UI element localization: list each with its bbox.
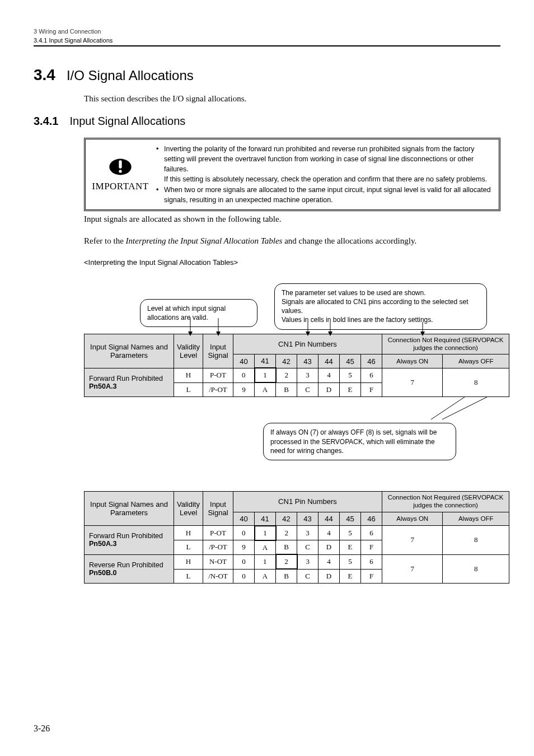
callout-lines-top	[84, 283, 509, 337]
col-input-signal: Input Signal	[203, 334, 233, 368]
important-callout: IMPORTANT •Inverting the polarity of the…	[84, 138, 500, 211]
page-number: 3-26	[34, 724, 50, 734]
col-validity: Validity Level	[174, 334, 203, 368]
col-conn-not-req: Connection Not Required (SERVOPACK judge…	[382, 334, 509, 354]
refer-text: Refer to the Interpreting the Input Sign…	[84, 236, 500, 246]
svg-marker-10	[328, 332, 332, 336]
important-label: IMPORTANT	[92, 180, 148, 194]
col-signal-names: Input Signal Names and Parameters	[85, 334, 174, 368]
section-intro: This section describes the I/O signal al…	[84, 94, 500, 104]
section-title: I/O Signal Allocations	[67, 68, 194, 83]
table-row: Forward Run ProhibitedPn50A.3 H P-OT 0 1…	[85, 368, 509, 382]
subsection-number: 3.4.1	[34, 115, 58, 128]
section-header: 3.4.1 Input Signal Allocations	[34, 37, 500, 46]
important-bullet-1b: If this setting is absolutely necessary,…	[164, 174, 492, 184]
allocation-table: Input Signal Names and Parameters Validi…	[84, 491, 509, 584]
interpreting-heading: <Interpreting the Input Signal Allocatio…	[84, 258, 500, 267]
important-bullet-2: When two or more signals are allocated t…	[164, 185, 492, 205]
table-row: Reverse Run ProhibitedPn50B.0 H N-OT 0 1…	[85, 554, 509, 569]
bubble-always-on-off: If always ON (7) or always OFF (8) is se…	[263, 423, 456, 460]
svg-marker-12	[420, 332, 425, 336]
svg-marker-6	[216, 332, 221, 336]
chapter-header: 3 Wiring and Connection	[34, 28, 500, 35]
table-caption: Input signals are allocated as shown in …	[84, 214, 500, 224]
table-row: Forward Run ProhibitedPn50A.3 H P-OT 0 1…	[85, 526, 509, 540]
svg-marker-4	[188, 332, 193, 336]
example-allocation-table: Input Signal Names and Parameters Validi…	[84, 334, 509, 398]
important-bullet-1a: Inverting the polarity of the forward ru…	[164, 144, 492, 174]
callout-lines-bottom	[84, 397, 509, 423]
svg-line-13	[431, 397, 465, 419]
svg-rect-1	[119, 160, 121, 168]
section-number: 3.4	[34, 66, 55, 84]
svg-marker-8	[306, 332, 310, 336]
allocation-diagram: Level at which input signal allocations …	[84, 283, 500, 460]
subsection-title: Input Signal Allocations	[69, 115, 185, 128]
important-icon	[109, 155, 132, 179]
svg-point-2	[119, 170, 121, 172]
svg-line-14	[442, 397, 487, 419]
col-cn1: CN1 Pin Numbers	[233, 334, 382, 354]
